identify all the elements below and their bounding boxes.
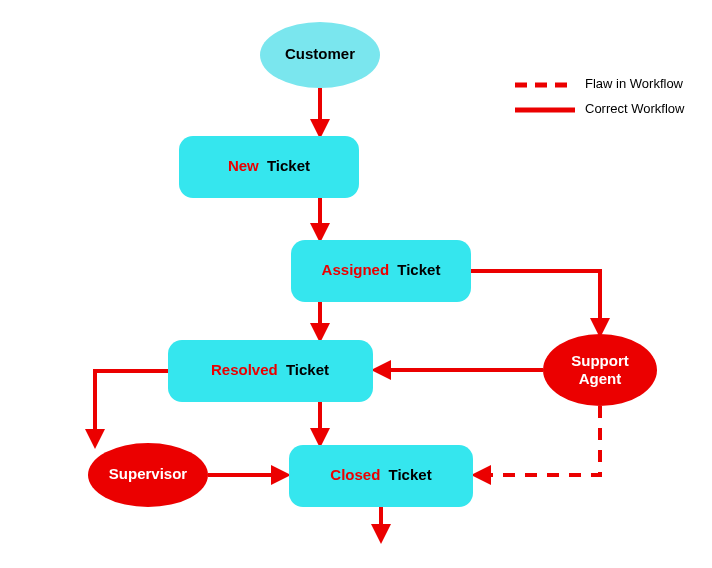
actor-support-agent-l2: Agent bbox=[579, 370, 622, 387]
ticket-assigned: Assigned Ticket bbox=[291, 240, 471, 302]
actor-customer: Customer bbox=[260, 22, 380, 88]
edge-resolved-supervisor bbox=[95, 371, 168, 445]
ticket-closed-status: Closed bbox=[330, 466, 380, 483]
svg-text:Resolved
      Ticket: Resolved Ticket bbox=[211, 361, 329, 378]
svg-text:Support: Support bbox=[571, 352, 629, 369]
ticket-new: New Ticket bbox=[179, 136, 359, 198]
ticket-new-noun: Ticket bbox=[267, 157, 310, 174]
ticket-closed-noun: Ticket bbox=[389, 466, 432, 483]
svg-text:Agent: Agent bbox=[579, 370, 622, 387]
svg-text:Assigned
      Ticket: Assigned Ticket bbox=[322, 261, 441, 278]
svg-text:Customer: Customer bbox=[285, 45, 355, 62]
workflow-diagram: Customer New Ticket Assigned Ticket Supp… bbox=[0, 0, 712, 568]
edge-agent-closed-flaw bbox=[475, 406, 600, 475]
ticket-resolved-status: Resolved bbox=[211, 361, 278, 378]
ticket-closed: Closed Ticket bbox=[289, 445, 473, 507]
actor-supervisor: Supervisor bbox=[88, 443, 208, 507]
legend-flaw-label: Flaw in Workflow bbox=[585, 76, 684, 91]
legend-correct-label: Correct Workflow bbox=[585, 101, 685, 116]
svg-text:Closed
      Ticket: Closed Ticket bbox=[330, 466, 431, 483]
ticket-new-status: New bbox=[228, 157, 259, 174]
legend: Flaw in Workflow Correct Workflow bbox=[515, 76, 685, 116]
actor-support-agent: Support Agent bbox=[543, 334, 657, 406]
svg-text:New
      Ticket: New Ticket bbox=[228, 157, 310, 174]
ticket-resolved: Resolved Ticket bbox=[168, 340, 373, 402]
actor-supervisor-label: Supervisor bbox=[109, 465, 188, 482]
ticket-assigned-noun: Ticket bbox=[397, 261, 440, 278]
ticket-assigned-status: Assigned bbox=[322, 261, 390, 278]
svg-text:Supervisor: Supervisor bbox=[109, 465, 188, 482]
actor-support-agent-l1: Support bbox=[571, 352, 629, 369]
ticket-resolved-noun: Ticket bbox=[286, 361, 329, 378]
actor-customer-label: Customer bbox=[285, 45, 355, 62]
edge-assigned-agent bbox=[471, 271, 600, 334]
